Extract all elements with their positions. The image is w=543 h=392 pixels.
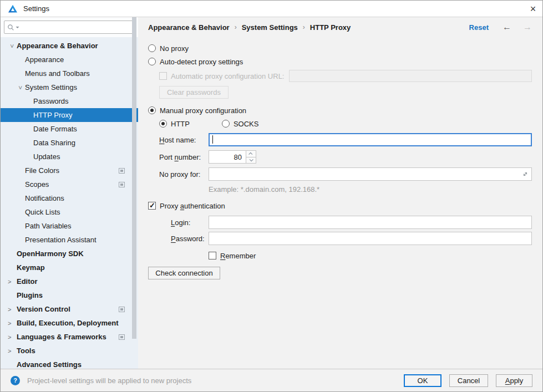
sidebar-item-label: Tools [17, 347, 35, 355]
sidebar-item-path-variables[interactable]: Path Variables [1, 219, 138, 233]
chevron-right-icon[interactable]: > [8, 334, 17, 340]
password-label: Password: [171, 235, 209, 243]
sidebar-item-http-proxy[interactable]: HTTP Proxy [1, 108, 138, 122]
app-logo-icon [8, 4, 18, 13]
sidebar-item-date-formats[interactable]: Date Formats [1, 122, 138, 136]
footer-status-text: Project-level settings will be applied t… [27, 376, 191, 385]
sidebar-item-languages-frameworks[interactable]: >Languages & Frameworks [1, 330, 138, 344]
sidebar-item-data-sharing[interactable]: Data Sharing [1, 136, 138, 150]
sidebar-item-system-settings[interactable]: >System Settings [1, 80, 138, 94]
breadcrumb-separator-icon: › [303, 23, 305, 31]
sidebar-item-label: Data Sharing [33, 139, 75, 147]
port-spinner [246, 150, 256, 164]
socks-radio-label: SOCKS [234, 120, 259, 128]
back-arrow-icon[interactable]: ← [503, 23, 511, 32]
spinner-down-icon[interactable] [246, 157, 256, 164]
sidebar-item-label: Version Control [17, 305, 70, 313]
settings-window: Settings × >Appearance & Beh [0, 0, 543, 392]
settings-search-input[interactable] [4, 21, 135, 34]
sidebar-item-tools[interactable]: >Tools [1, 344, 138, 358]
ok-button[interactable]: OK [404, 374, 441, 387]
sidebar-item-quick-lists[interactable]: Quick Lists [1, 205, 138, 219]
check-connection-button[interactable]: Check connection [148, 267, 220, 279]
settings-sidebar: >Appearance & BehaviorAppearanceMenus an… [1, 17, 138, 369]
sidebar-item-appearance-behavior[interactable]: >Appearance & Behavior [1, 39, 138, 53]
expand-field-icon[interactable] [522, 171, 529, 179]
sidebar-item-build-execution-deployment[interactable]: >Build, Execution, Deployment [1, 316, 138, 330]
manual-proxy-radio[interactable] [148, 106, 156, 114]
breadcrumb-separator-icon: › [235, 23, 237, 31]
port-number-label: Port number: [159, 153, 209, 161]
search-history-arrow-icon[interactable] [16, 26, 19, 29]
sidebar-item-label: OpenHarmony SDK [17, 250, 84, 258]
project-settings-icon [119, 307, 125, 312]
proxy-authentication-checkbox[interactable] [148, 202, 156, 210]
login-input[interactable] [209, 216, 532, 229]
sidebar-item-label: Notifications [25, 194, 64, 202]
sidebar-item-presentation-assistant[interactable]: Presentation Assistant [1, 233, 138, 247]
sidebar-item-appearance[interactable]: Appearance [1, 53, 138, 67]
auto-proxy-url-label: Automatic proxy configuration URL: [171, 72, 284, 80]
port-number-input[interactable] [209, 150, 246, 164]
no-proxy-for-label: No proxy for: [159, 170, 209, 179]
sidebar-item-menus-and-toolbars[interactable]: Menus and Toolbars [1, 67, 138, 80]
reset-link[interactable]: Reset [469, 23, 489, 32]
no-proxy-for-input[interactable] [209, 167, 532, 181]
cancel-button[interactable]: Cancel [449, 374, 488, 387]
password-input[interactable] [209, 232, 532, 245]
sidebar-item-label: Quick Lists [25, 208, 60, 216]
no-proxy-radio[interactable] [148, 44, 156, 52]
sidebar-item-updates[interactable]: Updates [1, 150, 138, 164]
remember-label: Remember [220, 252, 256, 260]
search-icon [7, 24, 14, 31]
sidebar-item-notifications[interactable]: Notifications [1, 191, 138, 205]
host-name-label: Host name: [159, 136, 209, 144]
forward-arrow-icon: → [523, 23, 532, 32]
chevron-down-icon[interactable]: > [17, 83, 24, 92]
breadcrumb-system-settings[interactable]: System Settings [242, 23, 298, 32]
settings-content: Appearance & Behavior › System Settings … [138, 17, 542, 369]
sidebar-item-label: Keymap [17, 263, 45, 272]
chevron-right-icon[interactable]: > [8, 348, 17, 354]
sidebar-item-plugins[interactable]: Plugins [1, 288, 138, 302]
titlebar: Settings × [1, 1, 542, 17]
help-icon[interactable]: ? [11, 376, 20, 385]
sidebar-item-label: Presentation Assistant [25, 236, 97, 244]
sidebar-item-label: Editor [17, 277, 38, 286]
sidebar-item-label: File Colors [25, 166, 59, 175]
sidebar-item-version-control[interactable]: >Version Control [1, 302, 138, 316]
chevron-right-icon[interactable]: > [8, 278, 17, 285]
sidebar-scrollbar[interactable] [132, 17, 136, 339]
clear-passwords-button: Clear passwords [159, 86, 229, 99]
sidebar-item-advanced-settings[interactable]: Advanced Settings [1, 358, 138, 371]
breadcrumb-appearance-behavior[interactable]: Appearance & Behavior [148, 23, 230, 32]
socks-radio[interactable] [222, 120, 230, 128]
sidebar-item-label: System Settings [25, 83, 77, 91]
project-settings-icon [119, 334, 125, 340]
sidebar-item-editor[interactable]: >Editor [1, 274, 138, 288]
chevron-right-icon[interactable]: > [8, 306, 17, 313]
close-icon[interactable]: × [524, 1, 542, 17]
http-radio[interactable] [159, 120, 167, 128]
apply-button[interactable]: Apply [496, 374, 532, 387]
sidebar-item-label: Plugins [17, 291, 43, 299]
chevron-right-icon[interactable]: > [8, 320, 17, 327]
auto-detect-proxy-label: Auto-detect proxy settings [160, 58, 243, 66]
spinner-up-icon[interactable] [246, 151, 256, 157]
manual-proxy-label: Manual proxy configuration [160, 106, 246, 115]
auto-detect-proxy-radio[interactable] [148, 58, 156, 65]
sidebar-item-passwords[interactable]: Passwords [1, 94, 138, 108]
sidebar-item-file-colors[interactable]: File Colors [1, 164, 138, 177]
auto-proxy-url-input [289, 70, 532, 82]
no-proxy-label: No proxy [160, 44, 189, 53]
sidebar-item-scopes[interactable]: Scopes [1, 177, 138, 191]
sidebar-item-label: Passwords [33, 97, 69, 105]
sidebar-item-openharmony-sdk[interactable]: OpenHarmony SDK [1, 247, 138, 261]
host-name-input[interactable] [209, 133, 532, 146]
sidebar-item-keymap[interactable]: Keymap [1, 261, 138, 274]
remember-checkbox[interactable] [209, 252, 216, 259]
sidebar-item-label: HTTP Proxy [33, 111, 73, 119]
port-number-field [209, 150, 256, 164]
chevron-down-icon[interactable]: > [9, 42, 16, 50]
sidebar-item-label: Scopes [25, 180, 49, 189]
